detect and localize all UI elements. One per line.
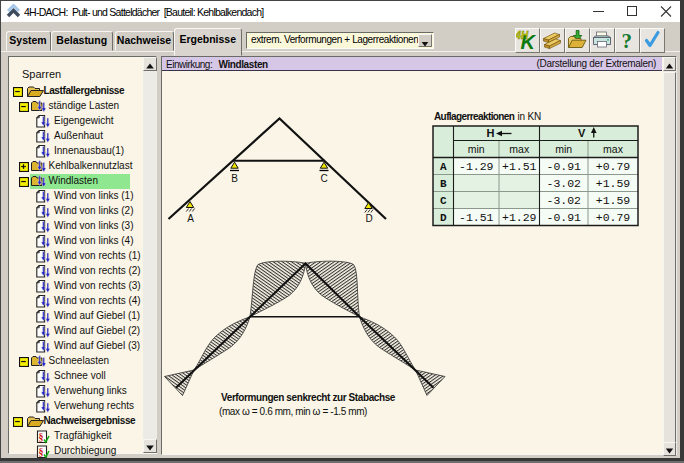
- svg-text:D: D: [440, 212, 447, 224]
- svg-text:(max ω = 0.6 mm, min ω = -1.5: (max ω = 0.6 mm, min ω = -1.5 mm): [219, 406, 367, 417]
- svg-text:-0.91: -0.91: [546, 160, 581, 173]
- svg-text:H: H: [487, 127, 495, 139]
- svg-text:max: max: [603, 143, 624, 155]
- svg-text:-3.02: -3.02: [546, 177, 581, 190]
- svg-text:+0.79: +0.79: [596, 211, 631, 224]
- svg-text:A: A: [440, 161, 447, 173]
- svg-text:A: A: [187, 213, 194, 224]
- svg-text:V: V: [578, 127, 586, 139]
- svg-text:+1.59: +1.59: [596, 194, 631, 207]
- svg-text:-3.02: -3.02: [546, 194, 581, 207]
- svg-text:+1.59: +1.59: [596, 177, 631, 190]
- svg-text:C: C: [440, 195, 447, 207]
- svg-text:min: min: [555, 143, 572, 155]
- svg-text:-1.51: -1.51: [459, 211, 494, 224]
- svg-text:in KN: in KN: [518, 111, 541, 122]
- svg-text:+1.29: +1.29: [502, 211, 537, 224]
- svg-text:D: D: [365, 213, 372, 224]
- svg-text:Auflagerreaktionen: Auflagerreaktionen: [434, 111, 515, 122]
- svg-text:C: C: [320, 173, 327, 184]
- svg-text:B: B: [231, 173, 238, 184]
- svg-text:B: B: [440, 178, 447, 190]
- svg-text:-0.91: -0.91: [546, 211, 581, 224]
- svg-text:+0.79: +0.79: [596, 160, 631, 173]
- svg-text:max: max: [509, 143, 530, 155]
- svg-text:min: min: [468, 143, 485, 155]
- svg-text:+1.51: +1.51: [502, 160, 537, 173]
- svg-text:-1.29: -1.29: [459, 160, 494, 173]
- svg-text:Verformungen senkrecht zur Sta: Verformungen senkrecht zur Stabachse: [221, 392, 396, 403]
